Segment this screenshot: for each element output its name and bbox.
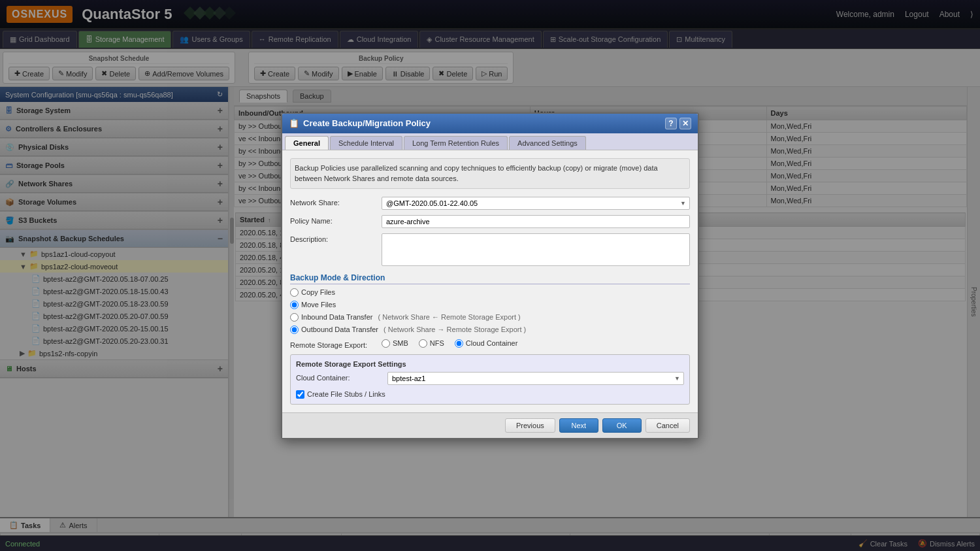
next-btn[interactable]: Next [559,418,598,433]
copy-files-label[interactable]: Copy Files [290,288,690,297]
cloud-container-text: Cloud Container [466,339,518,347]
cloud-container-option-label[interactable]: Cloud Container [455,339,518,348]
outbound-text: Outbound Data Transfer [301,326,378,333]
modal-tab-retention[interactable]: Long Term Retention Rules [404,136,508,150]
modal-help-btn[interactable]: ? [665,118,677,129]
modal-close-btn[interactable]: ✕ [679,118,691,129]
copy-files-text: Copy Files [301,288,335,296]
modal-tab-advanced[interactable]: Advanced Settings [509,136,586,150]
nfs-text: NFS [430,339,444,347]
ok-btn[interactable]: OK [602,418,642,433]
inbound-text: Inbound Data Transfer [301,313,372,321]
create-stubs-label[interactable]: Create File Stubs / Links [296,390,684,399]
cloud-container-control: bptest-az1 [387,372,684,385]
description-row: Description: [290,233,690,268]
smb-radio[interactable] [382,339,390,348]
network-share-select-wrapper: @GMT-2020.05.01-22.40.05 [382,197,690,210]
cloud-container-row: Cloud Container: bptest-az1 [296,372,684,385]
remote-storage-control: SMB NFS Cloud Container [382,339,690,348]
inbound-note: ( Network Share ← Remote Storage Export … [378,313,520,321]
modal-tab-schedule[interactable]: Schedule Interval [330,136,402,150]
copy-files-radio[interactable] [290,288,299,297]
outbound-transfer-row: Outbound Data Transfer ( Network Share →… [290,326,690,334]
move-files-row: Move Files [290,301,690,309]
cloud-container-select-wrapper: bptest-az1 [387,372,684,385]
remote-storage-options: SMB NFS Cloud Container [382,339,690,348]
create-stubs-checkbox[interactable] [296,390,304,399]
move-files-text: Move Files [301,301,336,309]
cloud-container-select[interactable]: bptest-az1 [387,372,684,385]
network-share-row: Network Share: @GMT-2020.05.01-22.40.05 [290,197,690,210]
modal-header: 📋 Create Backup/Migration Policy ? ✕ [282,114,698,133]
description-label: Description: [290,233,382,243]
remote-storage-label: Remote Storage Export: [290,339,382,349]
smb-option-label[interactable]: SMB [382,339,408,348]
network-share-control: @GMT-2020.05.01-22.40.05 [382,197,690,210]
inbound-radio[interactable] [290,313,299,322]
policy-name-input[interactable] [382,215,690,228]
description-input[interactable] [382,233,690,266]
modal-overlay[interactable]: 📋 Create Backup/Migration Policy ? ✕ Gen… [0,0,980,551]
modal-footer: Previous Next OK Cancel [282,412,698,438]
modal-dialog: 📋 Create Backup/Migration Policy ? ✕ Gen… [281,112,699,439]
network-share-label: Network Share: [290,197,382,207]
modal-title-icon: 📋 [289,118,299,128]
modal-body: Backup Policies use parallelized scannin… [282,150,698,412]
inbound-transfer-row: Inbound Data Transfer ( Network Share ← … [290,313,690,322]
previous-btn[interactable]: Previous [505,418,555,433]
copy-files-row: Copy Files [290,288,690,297]
move-files-radio[interactable] [290,301,299,309]
backup-mode-title: Backup Mode & Direction [290,273,690,284]
smb-text: SMB [393,339,408,347]
nfs-radio[interactable] [419,339,427,348]
create-stubs-text: Create File Stubs / Links [307,390,385,398]
modal-tabs: General Schedule Interval Long Term Rete… [282,133,698,150]
modal-description: Backup Policies use parallelized scannin… [290,158,690,189]
description-control [382,233,690,268]
move-files-label[interactable]: Move Files [290,301,690,309]
outbound-radio[interactable] [290,326,299,334]
remote-section-title: Remote Storage Export Settings [296,360,684,368]
outbound-note: ( Network Share → Remote Storage Export … [384,326,526,333]
policy-name-row: Policy Name: [290,215,690,228]
remote-storage-row: Remote Storage Export: SMB NFS [290,339,690,349]
remote-storage-settings: Remote Storage Export Settings Cloud Con… [290,354,690,405]
cloud-container-radio[interactable] [455,339,463,348]
nfs-option-label[interactable]: NFS [419,339,444,348]
modal-controls: ? ✕ [665,118,691,129]
policy-name-control [382,215,690,228]
inbound-label[interactable]: Inbound Data Transfer ( Network Share ← … [290,313,690,322]
cancel-btn[interactable]: Cancel [645,418,690,433]
outbound-label[interactable]: Outbound Data Transfer ( Network Share →… [290,326,690,334]
cloud-container-label: Cloud Container: [296,372,387,382]
modal-tab-general[interactable]: General [285,136,329,150]
modal-title: 📋 Create Backup/Migration Policy [289,118,431,128]
policy-name-label: Policy Name: [290,215,382,225]
network-share-select[interactable]: @GMT-2020.05.01-22.40.05 [382,197,690,210]
create-stubs-row: Create File Stubs / Links [296,390,684,399]
